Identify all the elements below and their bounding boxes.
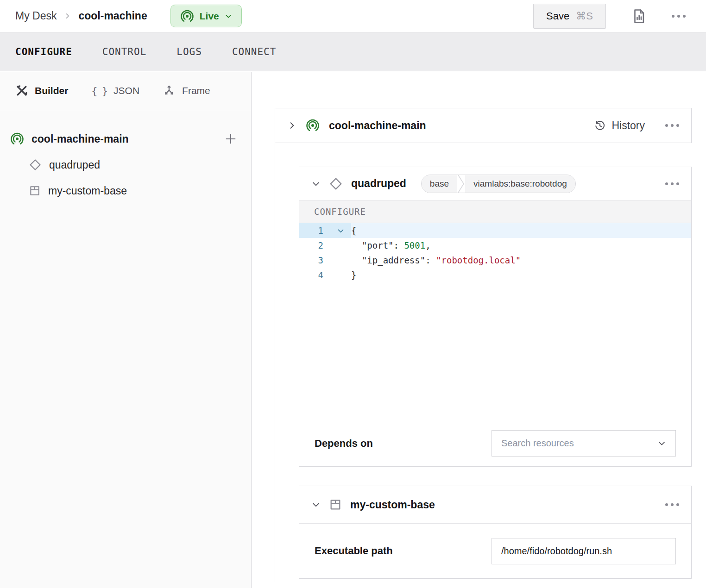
fold-spacer <box>330 253 351 268</box>
code-line[interactable]: 2 "port": 5001, <box>299 238 691 253</box>
fold-chevron-icon[interactable] <box>330 223 351 238</box>
code-line[interactable]: 3 "ip_address": "robotdog.local" <box>299 253 691 268</box>
ellipsis-icon <box>672 15 686 18</box>
mode-frame[interactable]: Frame <box>163 84 210 97</box>
fold-spacer <box>330 238 351 253</box>
tree-item-component[interactable]: quadruped <box>0 152 251 178</box>
process-icon <box>29 185 41 197</box>
machine-report-button[interactable] <box>631 8 647 24</box>
machine-card-actions: History <box>594 119 679 132</box>
tree-item-process[interactable]: my-custom-base <box>0 178 251 204</box>
header-more-menu-button[interactable] <box>672 15 686 18</box>
executable-path-input[interactable] <box>492 538 676 564</box>
component-title: quadruped <box>351 177 406 190</box>
component-more-button[interactable] <box>665 182 679 185</box>
header-actions: Save ⌘S <box>533 4 686 29</box>
mode-json-label: JSON <box>113 85 139 96</box>
breadcrumb: My Desk cool-machine <box>15 10 147 22</box>
component-type-badge: base viamlabs:base:robotdog <box>421 175 576 193</box>
process-card-header: my-custom-base <box>299 486 691 523</box>
document-chart-icon <box>631 8 647 24</box>
tab-connect[interactable]: CONNECT <box>232 46 277 57</box>
save-button[interactable]: Save ⌘S <box>533 4 606 29</box>
line-number: 4 <box>299 268 330 282</box>
add-resource-button[interactable] <box>224 132 237 145</box>
process-card-my-custom-base: my-custom-base Executable path <box>299 486 692 579</box>
save-shortcut: ⌘S <box>576 10 593 22</box>
collapse-toggle-button[interactable] <box>311 179 321 188</box>
top-header: My Desk cool-machine Live Save ⌘S <box>0 0 706 32</box>
diamond-icon <box>329 177 343 191</box>
depends-on-label: Depends on <box>315 438 373 450</box>
chevron-down-icon <box>657 439 666 448</box>
executable-path-label: Executable path <box>315 545 393 557</box>
status-label: Live <box>200 11 219 22</box>
mode-frame-label: Frame <box>182 85 210 96</box>
machine-config-page: My Desk cool-machine Live Save ⌘S <box>0 0 706 588</box>
breadcrumb-current: cool-machine <box>78 10 147 22</box>
process-icon <box>329 498 342 511</box>
editor-configure-label: CONFIGURE <box>314 206 366 217</box>
resource-tree: cool-machine-main quadruped my-custom-ba… <box>0 110 251 204</box>
fold-spacer <box>330 268 351 282</box>
save-label: Save <box>546 10 569 22</box>
expand-toggle-button[interactable] <box>287 121 296 130</box>
component-card-header: quadruped base viamlabs:base:robotdog <box>299 167 691 200</box>
tab-logs[interactable]: LOGS <box>176 46 202 57</box>
tab-configure[interactable]: CONFIGURE <box>15 46 72 57</box>
machine-tabs: CONFIGURE CONTROL LOGS CONNECT <box>0 32 706 71</box>
breadcrumb-parent-link[interactable]: My Desk <box>15 10 57 22</box>
depends-on-row: Depends on Search resources <box>299 419 691 467</box>
badge-model: viamlabs:base:robotdog <box>465 175 575 193</box>
broadcast-icon <box>180 9 194 23</box>
history-label: History <box>611 119 645 132</box>
machine-part-title: cool-machine-main <box>329 119 426 132</box>
mode-json[interactable]: { } JSON <box>91 85 139 97</box>
config-main-area: cool-machine-main History <box>252 72 706 588</box>
code-text: } <box>351 268 691 282</box>
breadcrumb-chevron-icon <box>64 13 71 19</box>
badge-chevron-icon <box>457 175 465 193</box>
ellipsis-icon <box>665 503 679 506</box>
code-editor[interactable]: 1{2 "port": 5001,3 "ip_address": "robotd… <box>299 223 691 419</box>
machine-card-more-button[interactable] <box>665 124 679 127</box>
ellipsis-icon <box>665 182 679 185</box>
tree-item-label: cool-machine-main <box>32 133 129 145</box>
tree-item-label: quadruped <box>49 159 100 171</box>
config-sidebar: Builder { } JSON Frame <box>0 72 252 588</box>
editor-section-label: CONFIGURE <box>299 200 691 223</box>
tools-icon <box>15 84 28 97</box>
mode-builder-label: Builder <box>35 85 68 96</box>
process-card-body: Executable path <box>299 523 691 578</box>
tree-item-label: my-custom-base <box>48 185 127 197</box>
badge-type: base <box>422 175 457 193</box>
broadcast-icon <box>10 132 24 146</box>
broadcast-icon <box>306 119 320 132</box>
code-text: "ip_address": "robotdog.local" <box>351 253 691 268</box>
history-clock-icon <box>594 119 606 131</box>
tab-control[interactable]: CONTROL <box>102 46 147 57</box>
mode-builder[interactable]: Builder <box>15 84 68 97</box>
process-title: my-custom-base <box>350 499 435 511</box>
line-number: 1 <box>299 223 330 238</box>
machine-status-dropdown[interactable]: Live <box>170 5 242 27</box>
ellipsis-icon <box>665 124 679 127</box>
chevron-down-icon <box>225 13 232 20</box>
machine-part-card: cool-machine-main History <box>275 108 692 143</box>
process-more-button[interactable] <box>665 503 679 506</box>
line-number: 2 <box>299 238 330 253</box>
view-mode-switcher: Builder { } JSON Frame <box>0 72 251 110</box>
code-line[interactable]: 1{ <box>299 223 691 238</box>
diamond-icon <box>29 158 42 171</box>
depends-on-select[interactable]: Search resources <box>492 430 676 457</box>
frame-axes-icon <box>163 84 176 97</box>
code-text: "port": 5001, <box>351 238 691 253</box>
braces-icon: { } <box>91 85 107 97</box>
collapse-toggle-button[interactable] <box>311 500 321 509</box>
tree-item-machine-part[interactable]: cool-machine-main <box>0 126 251 152</box>
code-line[interactable]: 4} <box>299 268 691 282</box>
tree-connector-line <box>275 143 275 582</box>
history-button[interactable]: History <box>594 119 645 132</box>
code-text: { <box>351 223 691 238</box>
line-number: 3 <box>299 253 330 268</box>
